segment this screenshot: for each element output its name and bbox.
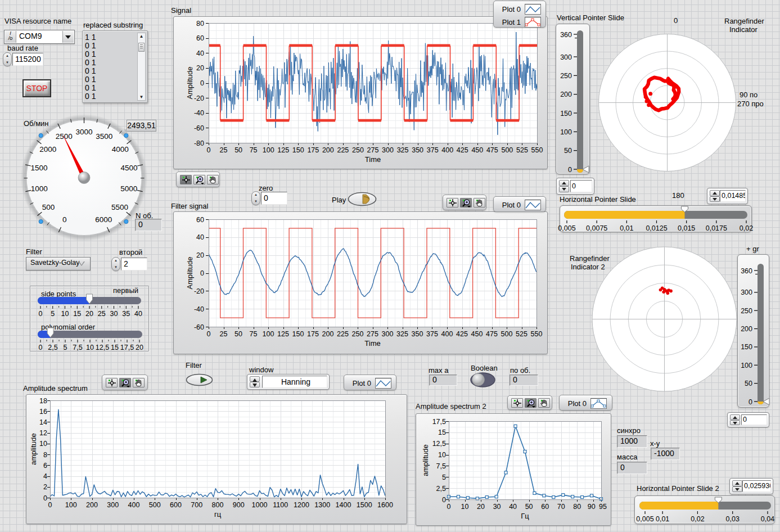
combo-dropdown-button[interactable] xyxy=(62,31,74,43)
zoom-button[interactable] xyxy=(525,398,536,408)
signal-graph-palette[interactable] xyxy=(176,172,220,187)
slide-thumb[interactable] xyxy=(763,398,769,405)
list-item[interactable]: 0 1 xyxy=(85,84,96,92)
vertical-slide-numeric[interactable]: 0 xyxy=(556,178,594,195)
increment-icon[interactable] xyxy=(730,414,740,420)
horizontal-slide-numeric[interactable]: 0,014857 xyxy=(707,188,748,204)
cursor-crosshair-button[interactable] xyxy=(180,175,192,184)
increment-icon[interactable] xyxy=(710,190,720,196)
horizontal-pointer-slide-2[interactable]: 0,0050,010,020,030,04 xyxy=(634,495,775,524)
spectrum-graph-palette[interactable] xyxy=(102,375,148,390)
polynomial-order-slider[interactable]: 02,557,51012,51517,520 xyxy=(31,327,147,351)
filter-signal-graph-legend[interactable]: Plot 0 xyxy=(493,196,546,212)
numeric-field[interactable]: 0 xyxy=(741,414,767,425)
spectrum-graph[interactable]: 0100200300400500600700800900100011001200… xyxy=(26,394,407,524)
horizontal-pointer-slide[interactable]: 0,0050,00750,010,01250,0150,01750,02 xyxy=(560,205,752,232)
signal-graph-legend[interactable]: Plot 0Plot 1 xyxy=(493,1,546,28)
svg-text:1000: 1000 xyxy=(252,501,268,509)
slide-thumb[interactable] xyxy=(583,166,589,173)
pan-hand-button[interactable] xyxy=(538,398,550,408)
decrement-icon[interactable] xyxy=(559,186,569,192)
pan-hand-button[interactable] xyxy=(474,198,485,208)
decrement-icon[interactable] xyxy=(250,382,260,387)
vtoroy-field[interactable]: 2 xyxy=(121,258,147,270)
list-item[interactable]: 0 1 xyxy=(85,75,96,84)
decrement-icon[interactable]: ▼ xyxy=(112,264,120,271)
increment-icon[interactable] xyxy=(250,376,260,382)
numeric-field[interactable]: 0,025930 xyxy=(742,480,771,492)
numeric-field[interactable]: 0 xyxy=(570,180,592,192)
svg-text:20: 20 xyxy=(85,310,93,318)
filter-signal-graph[interactable]: 0255075100125150175200225250275300325350… xyxy=(173,211,548,354)
list-item[interactable]: 0 1 xyxy=(85,92,96,101)
decrement-icon[interactable]: ▼ xyxy=(3,60,11,66)
plus-gr-numeric[interactable]: 0 xyxy=(727,412,769,427)
list-item[interactable]: 1 1 xyxy=(85,33,96,42)
signal-graph[interactable]: 0255075100125150175200225250275300325350… xyxy=(173,16,548,169)
polar1-right-label1: 90 по xyxy=(740,91,758,99)
boolean-toggle[interactable] xyxy=(470,372,496,388)
filter-toggle[interactable] xyxy=(186,373,213,386)
replaced-substring-listbox[interactable]: 1 10 10 10 10 10 10 10 1 ▲ ▼ xyxy=(82,30,148,103)
pan-hand-button[interactable] xyxy=(133,378,145,387)
window-selector[interactable]: Hanning xyxy=(247,374,330,390)
numeric-spinner[interactable] xyxy=(732,480,741,492)
pan-hand-button[interactable] xyxy=(207,175,219,184)
increment-icon[interactable] xyxy=(732,480,742,486)
legend-entry[interactable]: Plot 0 xyxy=(349,377,394,389)
baud-rate-field[interactable]: 115200 xyxy=(12,53,43,66)
spectrum-graph-legend[interactable]: Plot 0 xyxy=(344,375,396,390)
spectrum2-graph-legend[interactable]: Plot 0 xyxy=(559,395,612,411)
list-item[interactable]: 0 1 xyxy=(85,58,96,67)
cursor-crosshair-button[interactable] xyxy=(511,398,523,408)
numeric-spinner[interactable] xyxy=(710,190,719,202)
visa-resource-combo[interactable]: I/o COM9 xyxy=(4,30,75,44)
play-toggle[interactable] xyxy=(348,192,377,206)
zero-field[interactable]: 0 xyxy=(261,192,287,205)
increment-icon[interactable]: ▲ xyxy=(252,192,260,199)
spectrum2-graph[interactable]: 01020304050607080909502,557,51012,51517,… xyxy=(416,413,611,526)
polar1-top-label: 0 xyxy=(674,16,678,25)
zoom-button[interactable] xyxy=(119,378,131,387)
side-points-slider[interactable]: 0510152025303540 xyxy=(31,293,147,318)
filter-signal-graph-palette[interactable] xyxy=(443,195,486,210)
decrement-icon[interactable] xyxy=(710,196,720,202)
legend-entry[interactable]: Plot 0 xyxy=(498,199,543,211)
legend-entry[interactable]: Plot 0 xyxy=(498,3,543,15)
rpm-gauge[interactable]: 0500100015002000250030003500400045005000… xyxy=(19,112,150,243)
scroll-up-icon[interactable]: ▲ xyxy=(138,34,145,39)
scrollbar-thumb[interactable] xyxy=(138,43,145,52)
increment-icon[interactable]: ▲ xyxy=(3,53,11,60)
list-item[interactable]: 0 1 xyxy=(85,42,96,50)
listbox-scrollbar[interactable]: ▲ ▼ xyxy=(137,33,146,101)
decrement-icon[interactable] xyxy=(730,420,740,426)
legend-entry[interactable]: Plot 0 xyxy=(564,397,609,409)
increment-icon[interactable]: ▲ xyxy=(112,258,120,264)
stop-button[interactable]: STOP xyxy=(22,79,51,97)
list-item[interactable]: 0 1 xyxy=(85,67,96,75)
increment-icon[interactable] xyxy=(559,180,569,186)
cursor-crosshair-button[interactable] xyxy=(447,198,458,208)
decrement-icon[interactable] xyxy=(732,486,742,493)
vtoroy-spinner[interactable]: ▲▼ xyxy=(111,257,120,271)
baud-rate-spinner[interactable]: ▲▼ xyxy=(3,52,12,66)
legend-entry[interactable]: Plot 1 xyxy=(498,16,543,28)
vtoroy-label: второй xyxy=(119,248,142,256)
cursor-crosshair-button[interactable] xyxy=(106,378,118,387)
zoom-button[interactable] xyxy=(193,175,205,184)
numeric-field[interactable]: 0,014857 xyxy=(720,190,746,202)
numeric-spinner[interactable] xyxy=(559,180,568,192)
window-spinner[interactable] xyxy=(250,376,260,387)
plus-gr-slide[interactable]: 050100150200250300360 xyxy=(737,254,769,408)
zero-spinner[interactable]: ▲▼ xyxy=(251,191,260,205)
vertical-pointer-slide[interactable]: 050100150200250300360 xyxy=(556,24,590,174)
horizontal-slide2-numeric[interactable]: 0,025930 xyxy=(729,478,773,494)
window-value[interactable]: Hanning xyxy=(262,376,327,388)
numeric-spinner[interactable] xyxy=(730,414,739,425)
scroll-down-icon[interactable]: ▼ xyxy=(138,94,145,100)
zoom-button[interactable] xyxy=(460,198,472,208)
list-item[interactable]: 0 1 xyxy=(85,50,96,58)
decrement-icon[interactable]: ▼ xyxy=(252,199,260,205)
filter-select-dropdown[interactable]: Savetzky-Golay xyxy=(26,257,91,270)
spectrum2-graph-palette[interactable] xyxy=(507,395,552,410)
